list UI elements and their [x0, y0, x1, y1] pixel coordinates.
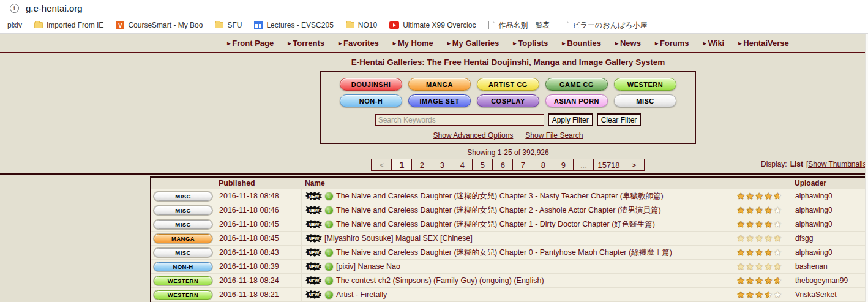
nav-arrow-icon: ▸ — [615, 40, 618, 47]
bookmark-item-ultimate-x99-overcloc[interactable]: Ultimate X99 Overcloc — [383, 21, 482, 29]
pager-page-6[interactable]: 6 — [492, 159, 513, 171]
nav-item-news[interactable]: ▸News — [615, 39, 641, 48]
category-button-nonh[interactable]: NON-H — [340, 94, 402, 107]
nav-item-torrents[interactable]: ▸Torrents — [288, 39, 324, 48]
rating-cell: ★★★★★★★★★ — [737, 217, 791, 231]
category-pill-misc: MISC — [154, 220, 212, 229]
category-button-manga[interactable]: MANGA — [408, 78, 471, 91]
pager-page-7[interactable]: 7 — [512, 159, 533, 171]
download-icon[interactable]: ↓ — [324, 276, 334, 285]
nav-item-bounties[interactable]: ▸Bounties — [562, 39, 601, 48]
pager-prev[interactable]: < — [371, 159, 392, 171]
category-button-gamecg[interactable]: GAME CG — [545, 78, 608, 91]
gallery-title-link[interactable]: The contest ch2 (Simpsons) (Family Guy) … — [336, 276, 544, 285]
category-button-artistcg[interactable]: ARTIST CG — [477, 78, 539, 91]
bookmark-item-[interactable]: ピラーのおんぼろ小屋 — [556, 20, 654, 31]
pager-page-9[interactable]: 9 — [553, 159, 574, 171]
nav-item-favorites[interactable]: ▸Favorites — [339, 39, 379, 48]
star-rating[interactable]: ★★★★★★★★★ — [737, 290, 783, 300]
category-pill-misc: MISC — [154, 206, 212, 215]
info-icon[interactable]: i — [10, 4, 19, 13]
filter-links: Show Advanced Options Show File Search — [321, 131, 695, 140]
download-icon[interactable]: ↓ — [324, 262, 334, 271]
browser-window: i g.e-hentai.org pixivImported From IEVC… — [0, 0, 868, 302]
rating-cell: ★★★★★★★★★ — [737, 288, 791, 301]
uploader-link[interactable]: thebogeyman99 — [795, 276, 848, 285]
rating-cell: ★★★★★★★★★★ — [737, 274, 791, 287]
scrollbar[interactable] — [865, 34, 868, 302]
gallery-title-link[interactable]: [Miyashiro Sousuke] Maguai SEX [Chinese] — [324, 234, 473, 243]
nav-item-wiki[interactable]: ▸Wiki — [703, 39, 725, 48]
gallery-title-link[interactable]: The Naive and Careless Daughter (迷糊的女兒) … — [336, 247, 672, 258]
uploader-link[interactable]: VriskaSerket — [795, 290, 837, 299]
show-file-search-link[interactable]: Show File Search — [525, 131, 583, 140]
bookmark-item-lectures-evsc205[interactable]: Lectures - EVSC205 — [248, 21, 339, 29]
star-icon: ★★ — [765, 262, 774, 271]
category-button-cosplay[interactable]: COSPLAY — [477, 94, 539, 107]
uploader-cell: alphawing0 — [791, 217, 868, 231]
uploader-link[interactable]: dfsgg — [795, 234, 813, 243]
nav-item-my-galleries[interactable]: ▸My Galleries — [447, 39, 499, 48]
bookmark-item-coursesmart-my-boo[interactable]: VCourseSmart - My Boo — [110, 21, 209, 29]
uploader-link[interactable]: bashenan — [795, 262, 828, 271]
star-rating[interactable]: ★★★★★★★★★ — [737, 247, 783, 257]
category-button-asianporn[interactable]: ASIAN PORN — [545, 94, 608, 107]
gallery-title-link[interactable]: The Naive and Careless Daughter (迷糊的女兒) … — [336, 219, 655, 230]
bookmark-item-pixiv[interactable]: pixiv — [1, 21, 28, 29]
star-rating[interactable]: ★★★★★★★★★★ — [737, 262, 783, 271]
star-rating[interactable]: ★★★★★★★★★ — [737, 205, 783, 215]
bookmark-item-sfu[interactable]: SFU — [209, 21, 248, 29]
star-rating[interactable]: ★★★★★★★★★★ — [737, 191, 783, 201]
pager-page-3[interactable]: 3 — [432, 159, 452, 171]
search-input[interactable] — [375, 114, 544, 126]
category-button-misc[interactable]: MISC — [614, 94, 676, 107]
bookmark-item-no10[interactable]: NO10 — [340, 21, 383, 29]
star-fill: ★ — [765, 233, 774, 243]
uploader-link[interactable]: alphawing0 — [795, 192, 832, 200]
gallery-title-link[interactable]: Artist - Firetally — [336, 290, 387, 299]
nav-item-toplists[interactable]: ▸Toplists — [513, 39, 548, 48]
nav-item-my-home[interactable]: ▸My Home — [393, 39, 433, 48]
star-rating[interactable]: ★★★★★★★★★ — [737, 219, 783, 229]
star-rating[interactable]: ★★★★★★★★★★ — [737, 276, 783, 285]
download-icon[interactable]: ↓ — [324, 290, 334, 300]
download-icon[interactable]: ↓ — [324, 248, 334, 257]
nav-item-hentaiverse[interactable]: ▸HentaiVerse — [738, 39, 788, 48]
bookmark-item-[interactable]: 作品名別一覧表 — [482, 20, 556, 31]
pager-next[interactable]: > — [624, 159, 645, 171]
pager-page-1[interactable]: 1 — [391, 159, 412, 171]
pager-page-5[interactable]: 5 — [472, 159, 493, 171]
show-thumbnails-link[interactable]: [Show Thumbnails] — [806, 160, 868, 168]
nav-item-front-page[interactable]: ▸Front Page — [227, 39, 274, 48]
address-bar[interactable]: i g.e-hentai.org — [0, 0, 868, 17]
nav-arrow-icon: ▸ — [227, 40, 230, 47]
column-header-name: Name — [301, 178, 737, 189]
gallery-title-link[interactable]: The Naive and Careless Daughter (迷糊的女兒) … — [336, 205, 661, 216]
published-date: 2016-11-18 08:24 — [215, 274, 301, 287]
apply-filter-button[interactable]: Apply Filter — [548, 113, 593, 126]
nav-item-forums[interactable]: ▸Forums — [655, 39, 689, 48]
gallery-title-link[interactable]: The Naive and Careless Daughter (迷糊的女兒) … — [336, 191, 664, 202]
category-button-western[interactable]: WESTERN — [614, 78, 676, 91]
bookmark-item-imported-from-ie[interactable]: Imported From IE — [28, 21, 110, 29]
download-icon[interactable]: ↓ — [324, 206, 334, 215]
gallery-title-link[interactable]: [pixiv] Nanase Nao — [336, 262, 400, 271]
category-button-doujinshi[interactable]: DOUJINSHI — [340, 78, 402, 91]
clear-filter-button[interactable]: Clear Filter — [597, 113, 642, 126]
nav-item-label: Favorites — [343, 39, 379, 48]
pager-page-2[interactable]: 2 — [411, 159, 432, 171]
pager-page-4[interactable]: 4 — [452, 159, 473, 171]
pager-page-8[interactable]: 8 — [533, 159, 553, 171]
url-text[interactable]: g.e-hentai.org — [26, 3, 83, 13]
category-button-imageset[interactable]: IMAGE SET — [408, 94, 471, 107]
star-fill: ★ — [755, 247, 765, 257]
uploader-link[interactable]: alphawing0 — [795, 248, 832, 257]
uploader-link[interactable]: alphawing0 — [795, 206, 832, 214]
download-icon[interactable]: ↓ — [324, 220, 334, 229]
download-icon[interactable]: ↓ — [324, 192, 334, 201]
uploader-link[interactable]: alphawing0 — [795, 220, 832, 228]
star-rating[interactable]: ★★★★★★★★★★ — [737, 233, 783, 243]
pager-page-15718[interactable]: 15718 — [593, 159, 624, 171]
nav-item-label: HentaiVerse — [743, 39, 788, 48]
show-advanced-options-link[interactable]: Show Advanced Options — [433, 131, 514, 140]
